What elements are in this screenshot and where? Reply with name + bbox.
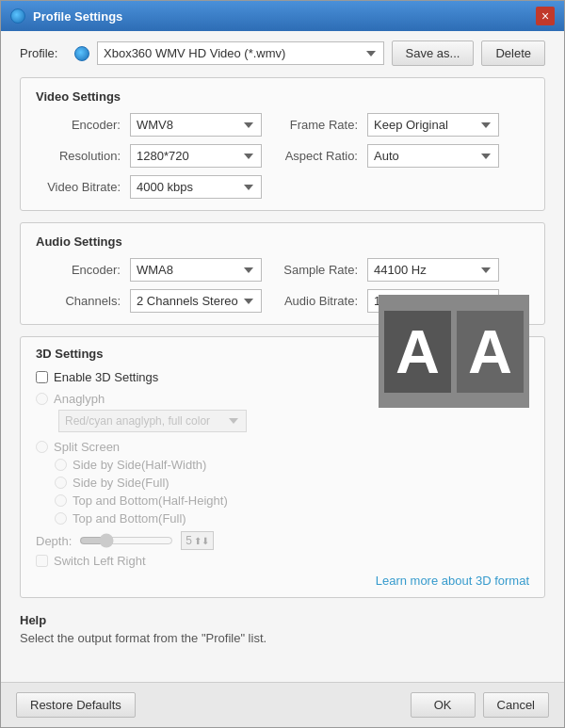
anaglyph-select-row: Red/cyan anaglyph, full color: [36, 410, 367, 432]
side-by-side-half-option: Side by Side(Half-Width): [55, 458, 367, 472]
samplerate-label: Sample Rate:: [282, 263, 358, 277]
encoder-framerate-row: Encoder: WMV8 Frame Rate: Keep Original: [36, 113, 529, 137]
profile-icon: [74, 46, 89, 61]
framerate-select[interactable]: Keep Original: [367, 113, 499, 137]
side-by-side-full-label: Side by Side(Full): [73, 476, 170, 490]
profile-row: Profile: Xbox360 WMV HD Video (*.wmv) Sa…: [20, 40, 545, 66]
ok-button[interactable]: OK: [411, 692, 476, 718]
depth-spinner-icon: ⬆⬇: [194, 536, 209, 546]
channels-col: Channels: 2 Channels Stereo: [36, 289, 282, 313]
video-settings-section: Video Settings Encoder: WMV8 Frame Rate:…: [20, 77, 545, 211]
title-bar-left: Profile Settings: [10, 8, 122, 24]
samplerate-select[interactable]: 44100 Hz: [367, 258, 499, 282]
aspectratio-select[interactable]: Auto: [367, 144, 499, 168]
side-by-side-half-label: Side by Side(Half-Width): [73, 458, 206, 472]
preview-letter-a2: A: [457, 311, 524, 393]
help-text: Select the output format from the "Profi…: [20, 631, 545, 645]
depth-number: 5: [186, 534, 192, 547]
learn-more-link[interactable]: Learn more about 3D format: [376, 574, 529, 588]
resolution-aspectratio-row: Resolution: 1280*720 Aspect Ratio: Auto: [36, 144, 529, 168]
enable-3d-row: Enable 3D Settings: [36, 370, 367, 384]
anaglyph-option: Anaglyph: [36, 392, 367, 406]
delete-button[interactable]: Delete: [481, 40, 545, 66]
side-by-side-full-radio[interactable]: [55, 477, 67, 489]
three-d-preview: A A: [379, 370, 529, 568]
bitrate-select[interactable]: 4000 kbps: [130, 175, 262, 199]
top-bottom-full-radio[interactable]: [55, 512, 67, 525]
switch-lr-checkbox[interactable]: [36, 555, 48, 567]
depth-row: Depth: 5 ⬆⬇: [36, 531, 367, 550]
three-d-controls: Enable 3D Settings Anaglyph Red/cyan ana…: [36, 370, 367, 568]
top-bottom-full-option: Top and Bottom(Full): [55, 511, 367, 526]
side-by-side-full-option: Side by Side(Full): [55, 476, 367, 490]
top-bottom-half-option: Top and Bottom(Half-Height): [55, 493, 367, 508]
profile-select[interactable]: Xbox360 WMV HD Video (*.wmv): [97, 41, 384, 65]
title-bar: Profile Settings ×: [1, 1, 564, 31]
bitrate-col: Video Bitrate: 4000 kbps: [36, 175, 529, 199]
anaglyph-radio[interactable]: [36, 393, 48, 405]
audio-settings-title: Audio Settings: [36, 235, 529, 249]
encoder-select[interactable]: WMV8: [130, 113, 262, 137]
close-button[interactable]: ×: [536, 7, 555, 25]
split-screen-option: Split Screen: [36, 440, 367, 454]
help-title: Help: [20, 613, 545, 627]
cancel-button[interactable]: Cancel: [483, 692, 549, 718]
resolution-col: Resolution: 1280*720: [36, 144, 282, 168]
depth-label: Depth:: [36, 534, 72, 548]
enable-3d-label: Enable 3D Settings: [54, 370, 158, 384]
video-settings-title: Video Settings: [36, 89, 529, 104]
audio-encoder-select[interactable]: WMA8: [130, 258, 262, 282]
encoder-label: Encoder:: [36, 118, 121, 132]
top-bottom-half-label: Top and Bottom(Half-Height): [73, 493, 228, 508]
encoder-col: Encoder: WMV8: [36, 113, 282, 137]
anaglyph-label: Anaglyph: [54, 392, 105, 406]
channels-select[interactable]: 2 Channels Stereo: [130, 289, 262, 313]
restore-defaults-button[interactable]: Restore Defaults: [16, 692, 136, 718]
framerate-col: Frame Rate: Keep Original: [282, 113, 529, 137]
save-as-button[interactable]: Save as...: [392, 40, 475, 66]
split-screen-label: Split Screen: [54, 440, 120, 454]
main-content: Profile: Xbox360 WMV HD Video (*.wmv) Sa…: [1, 31, 564, 682]
preview-letter-a1: A: [384, 311, 451, 393]
anaglyph-type-select[interactable]: Red/cyan anaglyph, full color: [58, 410, 247, 432]
bitrate-row: Video Bitrate: 4000 kbps: [36, 175, 529, 199]
audio-encoder-label: Encoder:: [36, 263, 121, 277]
side-by-side-half-radio[interactable]: [55, 459, 67, 471]
resolution-select[interactable]: 1280*720: [130, 144, 262, 168]
aspectratio-label: Aspect Ratio:: [282, 149, 358, 163]
footer-right-buttons: OK Cancel: [411, 692, 549, 718]
help-section: Help Select the output format from the "…: [20, 609, 545, 649]
footer: Restore Defaults OK Cancel: [1, 682, 564, 727]
depth-value: 5 ⬆⬇: [181, 531, 214, 550]
channels-label: Channels:: [36, 294, 121, 308]
audio-encoder-samplerate-row: Encoder: WMA8 Sample Rate: 44100 Hz: [36, 258, 529, 282]
resolution-label: Resolution:: [36, 149, 121, 163]
framerate-label: Frame Rate:: [282, 118, 358, 132]
samplerate-col: Sample Rate: 44100 Hz: [282, 258, 529, 282]
three-d-inner: Enable 3D Settings Anaglyph Red/cyan ana…: [36, 370, 529, 568]
three-d-settings-section: 3D Settings Enable 3D Settings Anaglyph …: [20, 336, 545, 598]
depth-slider[interactable]: [79, 533, 173, 548]
bitrate-label: Video Bitrate:: [36, 180, 121, 194]
switch-lr-row: Switch Left Right: [36, 554, 367, 568]
top-bottom-full-label: Top and Bottom(Full): [73, 511, 186, 526]
preview-box: A A: [379, 295, 529, 408]
audio-encoder-col: Encoder: WMA8: [36, 258, 282, 282]
enable-3d-checkbox[interactable]: [36, 371, 48, 383]
preview-inner: A A: [379, 295, 529, 408]
aspectratio-col: Aspect Ratio: Auto: [282, 144, 529, 168]
preview-letters: A A: [384, 311, 524, 393]
profile-label: Profile:: [20, 46, 67, 60]
app-icon: [10, 8, 25, 24]
dialog-window: Profile Settings × Profile: Xbox360 WMV …: [0, 0, 565, 728]
split-screen-radio[interactable]: [36, 441, 48, 453]
learn-more-row: Learn more about 3D format: [36, 574, 529, 588]
top-bottom-half-radio[interactable]: [55, 494, 67, 507]
audiobitrate-label: Audio Bitrate:: [282, 294, 358, 308]
switch-lr-label: Switch Left Right: [54, 554, 146, 568]
dialog-title: Profile Settings: [33, 9, 122, 24]
